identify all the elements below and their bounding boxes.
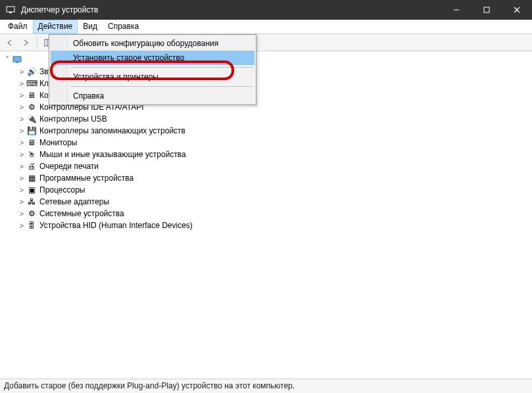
category-icon: 🖨 xyxy=(26,161,37,172)
menu-file[interactable]: Файл xyxy=(3,20,33,34)
category-icon: ⚙ xyxy=(26,208,37,219)
menu-view[interactable]: Вид xyxy=(78,20,103,34)
tree-category[interactable]: >🖱Мыши и иные указывающие устройства xyxy=(3,149,532,160)
menu-item-label: Обновить конфигурацию оборудования xyxy=(73,39,218,48)
tree-category[interactable]: >▦Программные устройства xyxy=(3,172,532,184)
category-label: Сетевые адаптеры xyxy=(39,197,109,206)
expand-icon[interactable]: > xyxy=(17,68,26,76)
expand-icon[interactable]: > xyxy=(17,186,26,194)
nav-forward-button[interactable] xyxy=(20,37,32,49)
category-label: Программные устройства xyxy=(39,173,133,183)
category-icon: 🖧 xyxy=(26,196,37,207)
category-icon: 🔊 xyxy=(26,66,37,77)
menu-help[interactable]: Справка xyxy=(103,20,144,34)
dropdown-separator xyxy=(70,86,253,87)
tree-category[interactable]: >🔌Контроллеры USB xyxy=(3,113,532,125)
menu-scan-hardware[interactable]: Обновить конфигурацию оборудования xyxy=(51,36,254,51)
category-icon: 🖱 xyxy=(26,149,37,160)
menu-item-label: Справка xyxy=(73,91,104,101)
svg-rect-10 xyxy=(13,57,21,62)
expand-icon[interactable]: > xyxy=(17,115,26,123)
category-label: Мыши и иные указывающие устройства xyxy=(39,150,186,159)
menu-item-label: Устройства и принтеры xyxy=(73,72,158,81)
category-label: Устройства HID (Human Interface Devices) xyxy=(39,221,193,230)
category-label: Системные устройства xyxy=(39,209,124,218)
expand-icon[interactable]: > xyxy=(17,221,26,229)
expand-icon[interactable]: > xyxy=(17,80,26,87)
tree-category[interactable]: >🖨Очереди печати xyxy=(3,160,532,172)
window-title: Диспетчер устройств xyxy=(21,5,441,14)
expand-icon[interactable]: > xyxy=(17,150,26,158)
tree-category[interactable]: >⚙Системные устройства xyxy=(3,208,532,220)
maximize-button[interactable] xyxy=(472,0,502,20)
dropdown-separator xyxy=(70,67,253,68)
tree-category[interactable]: >🖥Мониторы xyxy=(3,137,532,149)
statusbar: Добавить старое (без поддержки Plug-and-… xyxy=(0,379,532,393)
expand-icon[interactable]: > xyxy=(17,198,26,206)
computer-icon xyxy=(12,55,22,65)
category-icon: ⌨ xyxy=(26,78,37,89)
category-label: Контроллеры USB xyxy=(39,114,107,124)
category-label: Контроллеры запоминающих устройств xyxy=(39,126,185,135)
menu-devices-printers[interactable]: Устройства и принтеры xyxy=(51,70,254,84)
nav-back-button[interactable] xyxy=(4,37,16,49)
svg-rect-0 xyxy=(7,7,14,12)
menu-add-legacy-hardware[interactable]: Установить старое устройство xyxy=(51,51,254,65)
menubar: Файл Действие Вид Справка xyxy=(0,20,532,34)
window-controls xyxy=(441,0,532,20)
category-icon: ▦ xyxy=(26,173,37,183)
toolbar-separator xyxy=(37,37,37,49)
category-icon: 🖥 xyxy=(26,137,37,148)
expand-icon[interactable]: > xyxy=(17,91,26,99)
tree-category[interactable]: >🎛Устройства HID (Human Interface Device… xyxy=(3,220,532,231)
expand-icon[interactable]: > xyxy=(17,210,26,218)
svg-rect-1 xyxy=(9,12,12,13)
category-label: Процессоры xyxy=(39,185,85,195)
category-icon: ▣ xyxy=(26,185,37,195)
category-label: Очереди печати xyxy=(39,162,99,171)
expand-icon[interactable]: > xyxy=(17,174,26,182)
expand-icon[interactable]: > xyxy=(17,162,26,170)
tree-category[interactable]: >💾Контроллеры запоминающих устройств xyxy=(3,125,532,137)
menu-action-help[interactable]: Справка xyxy=(51,89,254,103)
action-menu-dropdown: Обновить конфигурацию оборудования Устан… xyxy=(49,34,256,105)
svg-rect-3 xyxy=(484,7,489,12)
titlebar: Диспетчер устройств xyxy=(0,0,532,20)
expand-icon[interactable]: > xyxy=(17,139,26,147)
category-icon: 🎛 xyxy=(26,220,37,231)
tree-category[interactable]: >▣Процессоры xyxy=(3,184,532,196)
category-label: Мониторы xyxy=(39,138,77,147)
category-icon: 🔌 xyxy=(26,114,37,124)
svg-rect-11 xyxy=(16,62,18,63)
expand-icon[interactable]: > xyxy=(17,127,26,135)
menu-item-label: Установить старое устройство xyxy=(73,53,185,62)
app-icon xyxy=(5,5,16,15)
status-text: Добавить старое (без поддержки Plug-and-… xyxy=(4,381,295,390)
expand-icon[interactable]: > xyxy=(17,103,26,111)
close-button[interactable] xyxy=(502,0,532,20)
expand-icon[interactable]: ˅ xyxy=(3,55,12,64)
category-icon: 💾 xyxy=(26,126,37,136)
minimize-button[interactable] xyxy=(441,0,472,20)
menu-action[interactable]: Действие xyxy=(33,20,78,34)
category-icon: 🖥 xyxy=(26,90,37,101)
category-icon: ⚙ xyxy=(26,102,37,112)
tree-category[interactable]: >🖧Сетевые адаптеры xyxy=(3,196,532,208)
